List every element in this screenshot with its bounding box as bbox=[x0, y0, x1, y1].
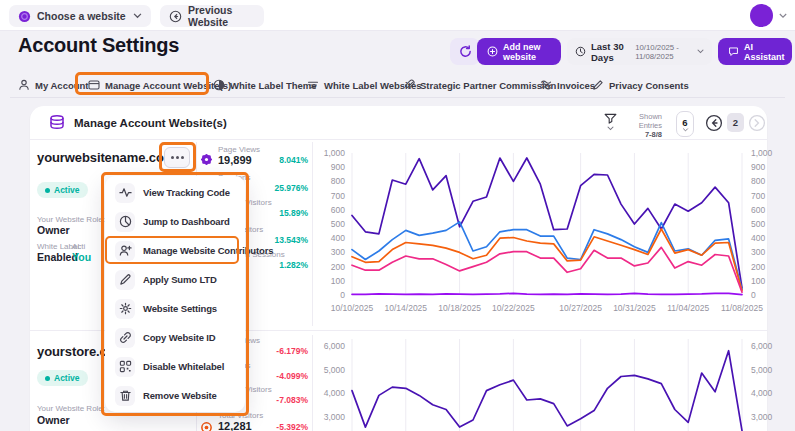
svg-text:900: 900 bbox=[331, 162, 345, 172]
traffic-chart-row2: 3,0003,0004,0004,0005,0005,0006,0006,000 bbox=[316, 333, 790, 431]
svg-text:900: 900 bbox=[751, 162, 765, 172]
chevron-down-icon bbox=[682, 128, 689, 132]
extra-value-fragment: You bbox=[72, 251, 91, 263]
date-range-value: 10/10/2025 - 11/08/2025 bbox=[635, 43, 692, 61]
globe-icon bbox=[18, 10, 31, 23]
chevron-down-icon bbox=[697, 49, 704, 54]
menu-item-view-tracking-code[interactable]: View Tracking Code bbox=[105, 178, 245, 207]
stat-label: Total Visitors bbox=[218, 411, 263, 420]
qr-grid-icon bbox=[115, 357, 135, 377]
role-value: Owner bbox=[37, 414, 70, 426]
metric-selected-icon[interactable] bbox=[200, 153, 213, 166]
tab-my-account[interactable]: My Account bbox=[18, 76, 88, 94]
page-size-value: 6 bbox=[682, 117, 687, 128]
pagination-prev-button[interactable] bbox=[705, 114, 723, 132]
tab-strategic-partner-commission[interactable]: Strategic Partner Commission bbox=[403, 76, 556, 94]
chevron-down-icon bbox=[133, 13, 142, 19]
menu-item-manage-website-contributors[interactable]: Manage Website Contributors bbox=[105, 236, 245, 265]
website-domain: yourwebsitename.com bbox=[37, 150, 175, 165]
stat-change: 25.976% bbox=[274, 183, 308, 193]
ai-assistant-button[interactable]: AI Assistant bbox=[718, 38, 792, 65]
database-icon bbox=[48, 113, 66, 131]
plus-circle-icon bbox=[487, 46, 498, 57]
avatar-chevron-icon[interactable] bbox=[779, 13, 787, 19]
row-actions-button[interactable] bbox=[164, 147, 190, 168]
svg-text:0: 0 bbox=[340, 290, 345, 300]
svg-text:3,000: 3,000 bbox=[751, 412, 773, 422]
add-new-website-label: Add new website bbox=[503, 42, 551, 62]
svg-text:500: 500 bbox=[751, 219, 765, 229]
chevron-down-icon bbox=[607, 126, 614, 131]
svg-text:5,000: 5,000 bbox=[324, 365, 346, 375]
refresh-button[interactable] bbox=[450, 38, 480, 65]
menu-item-remove-website[interactable]: Remove Website bbox=[105, 381, 245, 410]
svg-text:800: 800 bbox=[751, 176, 765, 186]
page-size-select[interactable]: 6 bbox=[676, 111, 694, 137]
avatar[interactable] bbox=[750, 4, 773, 27]
menu-item-copy-website-id[interactable]: Copy Website ID bbox=[105, 323, 245, 352]
pulse-icon bbox=[115, 183, 135, 203]
stat-change: -4.099% bbox=[276, 371, 308, 381]
svg-text:10/27/2025: 10/27/2025 bbox=[559, 303, 602, 313]
tab-label: White Label Theme bbox=[230, 80, 317, 91]
tab-invoices[interactable]: Invoices bbox=[540, 76, 595, 94]
date-range-picker[interactable]: Last 30 Days 10/10/2025 - 11/08/2025 bbox=[567, 38, 712, 65]
stat-change: 8.041% bbox=[279, 155, 308, 165]
tab-label: Privacy Consents bbox=[609, 80, 689, 91]
card-title: Manage Account Website(s) bbox=[74, 117, 227, 129]
extra-label-fragment: Acti bbox=[72, 242, 85, 251]
menu-item-disable-whitelabel[interactable]: Disable Whitelabel bbox=[105, 352, 245, 381]
chat-icon bbox=[728, 46, 739, 57]
tab-white-label-theme[interactable]: White Label Theme bbox=[213, 76, 317, 94]
svg-text:10/31/2025: 10/31/2025 bbox=[613, 303, 656, 313]
tab-manage-account-websites[interactable]: Manage Account Website(s) bbox=[88, 76, 231, 94]
role-label: Your Website Role: bbox=[37, 404, 105, 413]
page-title: Account Settings bbox=[18, 34, 179, 57]
paperclip-icon bbox=[403, 79, 415, 91]
svg-text:400: 400 bbox=[331, 233, 345, 243]
add-new-website-button[interactable]: Add new website bbox=[477, 38, 561, 65]
svg-text:6,000: 6,000 bbox=[751, 341, 773, 351]
column-divider bbox=[312, 142, 313, 326]
metric-selected-icon[interactable] bbox=[200, 421, 213, 431]
tabs-divider bbox=[10, 97, 785, 98]
svg-text:100: 100 bbox=[331, 276, 345, 286]
status-badge: Active bbox=[37, 182, 88, 198]
previous-website-button[interactable]: Previous Website bbox=[160, 5, 264, 27]
stat-change: 13.543% bbox=[274, 235, 308, 245]
tab-privacy-consents[interactable]: Privacy Consents bbox=[592, 76, 689, 94]
menu-item-apply-sumo-ltd[interactable]: Apply Sumo LTD bbox=[105, 265, 245, 294]
stat-value: 12,281 bbox=[218, 420, 252, 431]
svg-text:10/14/2025: 10/14/2025 bbox=[385, 303, 428, 313]
status-badge: Active bbox=[37, 370, 88, 386]
app-root: Choose a website Previous Website Accoun… bbox=[0, 0, 795, 431]
svg-text:5,000: 5,000 bbox=[751, 365, 773, 375]
pagination-next-button[interactable] bbox=[748, 114, 766, 132]
role-value: Owner bbox=[37, 224, 70, 236]
svg-text:10/10/2025: 10/10/2025 bbox=[331, 303, 374, 313]
tab-label: Strategic Partner Commission bbox=[420, 80, 556, 91]
layers-icon bbox=[540, 79, 552, 91]
choose-website-label: Choose a website bbox=[37, 10, 127, 22]
svg-text:1,000: 1,000 bbox=[324, 148, 346, 158]
traffic-chart-row1: 10/10/202510/14/202510/18/202510/22/2025… bbox=[316, 140, 790, 326]
pen-icon bbox=[592, 79, 604, 91]
gear-icon bbox=[115, 299, 135, 319]
clock-icon bbox=[575, 46, 586, 57]
stat-change: 1.282% bbox=[279, 260, 308, 270]
column-divider bbox=[312, 335, 313, 431]
list-icon bbox=[307, 79, 319, 91]
svg-text:400: 400 bbox=[751, 233, 765, 243]
choose-website-select[interactable]: Choose a website bbox=[9, 5, 151, 27]
menu-item-jump-to-dashboard[interactable]: Jump to Dashboard bbox=[105, 207, 245, 236]
menu-item-website-settings[interactable]: Website Settings bbox=[105, 294, 245, 323]
arrow-left-circle-icon bbox=[705, 114, 723, 132]
row-actions-menu: View Tracking Code Jump to Dashboard Man… bbox=[105, 176, 245, 412]
svg-text:10/22/2025: 10/22/2025 bbox=[492, 303, 535, 313]
svg-text:100: 100 bbox=[751, 276, 765, 286]
svg-text:4,000: 4,000 bbox=[324, 388, 346, 398]
svg-text:200: 200 bbox=[331, 262, 345, 272]
svg-text:700: 700 bbox=[331, 191, 345, 201]
svg-text:700: 700 bbox=[751, 191, 765, 201]
svg-text:300: 300 bbox=[751, 247, 765, 257]
